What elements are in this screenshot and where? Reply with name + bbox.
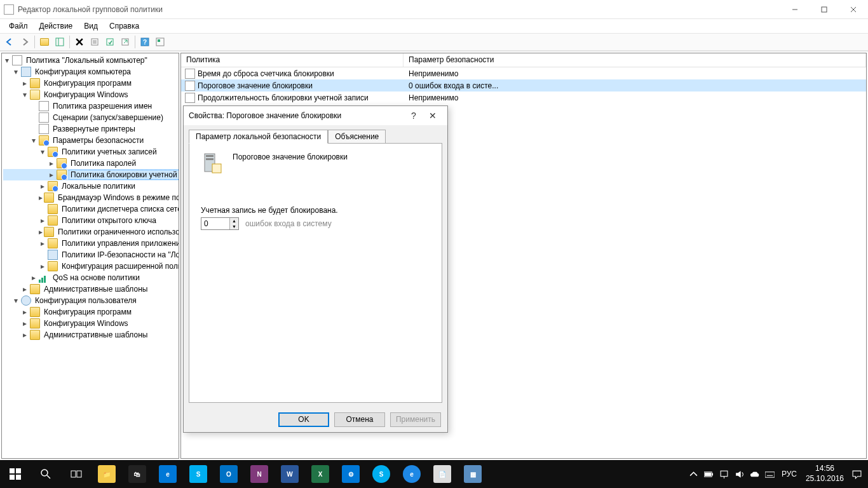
- chevron-right-icon[interactable]: ▸: [48, 159, 55, 167]
- apply-button[interactable]: Применить: [390, 412, 441, 427]
- tree-pane[interactable]: ▾Политика "Локальный компьютер" ▾Конфигу…: [1, 53, 179, 459]
- tree-user-config[interactable]: ▾Конфигурация пользователя: [3, 295, 179, 306]
- start-button[interactable]: [0, 460, 31, 488]
- tray-language[interactable]: РУС: [778, 470, 801, 478]
- ok-button[interactable]: OK: [278, 412, 329, 427]
- taskbar-app-edge[interactable]: e: [153, 460, 183, 488]
- chevron-down-icon[interactable]: ▾: [12, 297, 20, 304]
- menu-action[interactable]: Действие: [34, 20, 78, 32]
- tray-action-center-icon[interactable]: [849, 460, 864, 488]
- chevron-right-icon[interactable]: ▸: [39, 262, 46, 270]
- chevron-right-icon[interactable]: ▸: [21, 320, 29, 327]
- tree-lockout-policy[interactable]: ▸Политика блокировки учетной записи: [3, 169, 179, 180]
- cancel-button[interactable]: Отмена: [334, 412, 385, 427]
- chevron-down-icon[interactable]: ▾: [39, 148, 46, 156]
- tree-password-policy[interactable]: ▸Политика паролей: [3, 158, 179, 169]
- dialog-close-button[interactable]: ✕: [423, 106, 442, 125]
- tree-qos[interactable]: ▸QoS на основе политики: [3, 272, 179, 283]
- threshold-input[interactable]: [201, 218, 229, 229]
- chevron-right-icon[interactable]: ▸: [48, 171, 55, 179]
- list-row[interactable]: Продолжительность блокировки учетной зап…: [181, 92, 866, 104]
- chevron-right-icon[interactable]: ▸: [39, 217, 46, 224]
- taskbar-app-store[interactable]: 🛍: [122, 460, 153, 488]
- back-button[interactable]: [3, 35, 17, 49]
- taskbar-app-onenote[interactable]: N: [244, 460, 275, 488]
- chevron-down-icon[interactable]: ▾: [21, 91, 29, 98]
- chevron-right-icon[interactable]: ▸: [39, 194, 43, 201]
- chevron-right-icon[interactable]: ▸: [39, 228, 43, 236]
- tray-chevron-up-icon[interactable]: [686, 460, 702, 488]
- tree-root[interactable]: ▾Политика "Локальный компьютер": [3, 55, 179, 66]
- tree-scripts[interactable]: Сценарии (запуск/завершение): [3, 112, 179, 123]
- chevron-down-icon[interactable]: ▾: [3, 57, 11, 64]
- taskbar-app-notepad[interactable]: 📄: [427, 460, 458, 488]
- chevron-right-icon[interactable]: ▸: [30, 274, 37, 281]
- chevron-right-icon[interactable]: ▸: [39, 240, 46, 247]
- list-row[interactable]: Время до сброса счетчика блокировки Непр…: [181, 67, 866, 79]
- tray-battery-icon[interactable]: [702, 460, 717, 488]
- tree-computer-config[interactable]: ▾Конфигурация компьютера: [3, 66, 179, 78]
- tray-keyboard-icon[interactable]: [763, 460, 778, 488]
- taskbar-app-skype[interactable]: S: [366, 460, 397, 488]
- tree-account-policies[interactable]: ▾Политики учетных записей: [3, 146, 179, 158]
- tree-name-resolution[interactable]: Политика разрешения имен: [3, 100, 179, 112]
- threshold-spinner[interactable]: ▲ ▼: [201, 217, 239, 230]
- tree-security-params[interactable]: ▾Параметры безопасности: [3, 135, 179, 146]
- tree-nlm[interactable]: Политики диспетчера списка сетей: [3, 203, 179, 215]
- spinner-down-button[interactable]: ▼: [230, 224, 238, 229]
- tree-ipsec[interactable]: Политики IP-безопасности на "Локальный к…: [3, 249, 179, 261]
- forward-button[interactable]: [18, 35, 32, 49]
- dialog-help-button[interactable]: ?: [404, 106, 423, 125]
- tree-advanced-audit[interactable]: ▸Конфигурация расширенной политики аудит…: [3, 261, 179, 272]
- close-button[interactable]: [839, 0, 868, 19]
- delete-button[interactable]: [72, 35, 86, 49]
- column-param[interactable]: Параметр безопасности: [403, 53, 866, 67]
- task-view-button[interactable]: [61, 460, 92, 488]
- chevron-right-icon[interactable]: ▸: [21, 331, 29, 339]
- taskbar-app-ie[interactable]: e: [397, 460, 427, 488]
- tree-public-key[interactable]: ▸Политики открытого ключа: [3, 215, 179, 226]
- tray-network-icon[interactable]: [717, 460, 732, 488]
- maximize-button[interactable]: [810, 0, 839, 19]
- tree-program-config[interactable]: ▸Конфигурация программ: [3, 78, 179, 89]
- chevron-right-icon[interactable]: ▸: [21, 79, 29, 87]
- chevron-right-icon[interactable]: ▸: [21, 285, 29, 293]
- search-button[interactable]: [31, 460, 61, 488]
- tray-volume-icon[interactable]: [732, 460, 747, 488]
- column-policy[interactable]: Политика: [181, 53, 403, 67]
- taskbar-app-settings[interactable]: ⚙: [336, 460, 366, 488]
- chevron-down-icon[interactable]: ▾: [12, 68, 20, 76]
- tree-local-policies[interactable]: ▸Локальные политики: [3, 180, 179, 192]
- properties-button[interactable]: [88, 35, 102, 49]
- list-row[interactable]: Пороговое значение блокировки 0 ошибок в…: [181, 79, 866, 92]
- taskbar-app-word[interactable]: W: [275, 460, 305, 488]
- menu-view[interactable]: Вид: [79, 20, 103, 32]
- show-hide-tree-button[interactable]: [53, 35, 67, 49]
- taskbar-app-excel[interactable]: X: [305, 460, 336, 488]
- tree-user-programs[interactable]: ▸Конфигурация программ: [3, 306, 179, 318]
- taskbar-app-gpedit[interactable]: ▦: [458, 460, 488, 488]
- tree-user-windows[interactable]: ▸Конфигурация Windows: [3, 318, 179, 329]
- help-button[interactable]: ?: [138, 35, 152, 49]
- options-button[interactable]: [153, 35, 167, 49]
- menu-help[interactable]: Справка: [104, 20, 144, 32]
- tree-app-control[interactable]: ▸Политики управления приложениями: [3, 238, 179, 249]
- tree-windows-config[interactable]: ▾Конфигурация Windows: [3, 89, 179, 100]
- tree-software-restrict[interactable]: ▸Политики ограниченного использования пр…: [3, 226, 179, 238]
- taskbar-app-outlook[interactable]: O: [214, 460, 244, 488]
- menu-file[interactable]: Файл: [4, 20, 33, 32]
- export-button[interactable]: [118, 35, 132, 49]
- tree-printers[interactable]: Развернутые принтеры: [3, 123, 179, 135]
- taskbar-app-explorer[interactable]: 📁: [92, 460, 122, 488]
- chevron-right-icon[interactable]: ▸: [21, 308, 29, 316]
- tab-explanation[interactable]: Объяснение: [328, 130, 386, 144]
- tray-onedrive-icon[interactable]: [747, 460, 763, 488]
- tree-admin-templates[interactable]: ▸Административные шаблоны: [3, 283, 179, 295]
- tree-firewall[interactable]: ▸Брандмауэр Windows в режиме повышенной …: [3, 192, 179, 203]
- chevron-down-icon[interactable]: ▾: [30, 137, 37, 144]
- chevron-right-icon[interactable]: ▸: [39, 182, 46, 190]
- taskbar-app-skype-business[interactable]: S: [183, 460, 214, 488]
- tab-local-security[interactable]: Параметр локальной безопасности: [189, 130, 328, 144]
- refresh-button[interactable]: [103, 35, 117, 49]
- tray-clock[interactable]: 14:56 25.10.2016: [801, 464, 849, 484]
